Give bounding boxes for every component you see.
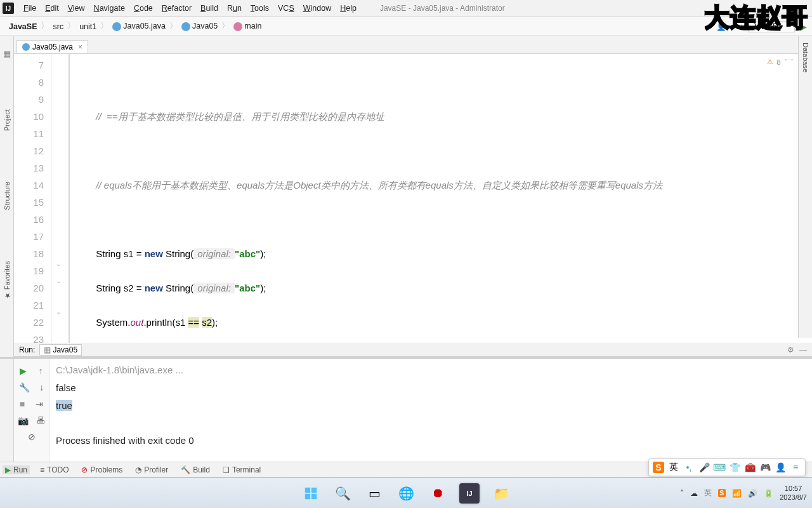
left-tool-strip: ▦ Project Structure ★ Favorites [0,36,14,357]
ime-skin-icon[interactable]: 👕 [729,462,740,473]
edit-config-icon[interactable]: 🔧 [19,382,30,392]
svg-rect-0 [305,487,310,492]
menu-vcs[interactable]: VCS [273,4,299,13]
ime-punct-icon[interactable]: •, [683,462,695,473]
start-button[interactable] [301,483,321,504]
run-panel-header: Run: ▦ Java05 ⚙ — [14,343,812,357]
down-icon[interactable]: ↓ [39,382,44,392]
menu-edit[interactable]: Edit [41,4,63,13]
run-tab[interactable]: ▦ Java05 [39,344,82,356]
navigation-bar: JavaSE〉 src〉 unit1〉 Java05.java〉 Java05〉… [0,17,812,36]
exit-icon[interactable]: ⊘ [28,432,36,442]
ide-logo-icon: IJ [3,3,14,14]
minimize-icon[interactable]: — [799,345,807,354]
system-tray: ˄ ☁ 英 S 📶 🔊 🔋 10:572023/8/7 [680,485,808,501]
crumb-method[interactable]: main [230,22,265,31]
console-output[interactable]: C:\Java\jdk-1.8\bin\java.exe ... false t… [49,359,812,462]
record-icon[interactable]: ⏺ [428,483,448,504]
project-tool-icon[interactable]: ▦ [3,49,11,58]
crumb-class[interactable]: Java05 [178,22,221,31]
explorer-icon[interactable]: 📁 [491,483,511,504]
favorites-tool-button[interactable]: ★ Favorites [3,261,11,300]
inspection-badge[interactable]: ⚠8 ˆ ˇ [767,58,793,66]
chevron-down-icon[interactable]: ˇ [790,58,793,66]
todo-tool-button[interactable]: ≡TODO [37,465,71,474]
menu-navigate[interactable]: Navigate [89,4,129,13]
rerun-icon[interactable]: ▶ [20,366,27,376]
tray-sogou-icon[interactable]: S [718,489,726,497]
windows-taskbar: 🔍 ▭ 🌐 ⏺ IJ 📁 ˄ ☁ 英 S 📶 🔊 🔋 10:572023/8/7 [0,478,812,508]
run-toolbar: ▶↑ 🔧↓ ■⇥ 📷🖶 ⊘ [14,359,49,462]
structure-tool-button[interactable]: Structure [3,182,11,210]
line-gutter: 7891011121314151617181920212223 [14,54,52,357]
run-tool-button[interactable]: ▶Run [3,465,30,474]
ime-tool-icon[interactable]: 🧰 [744,462,756,473]
camera-icon[interactable]: 📷 [18,415,29,425]
search-button[interactable]: 🔍 [332,483,353,504]
menu-refactor[interactable]: Refactor [157,4,196,13]
chrome-icon[interactable]: 🌐 [396,483,416,504]
print-icon[interactable]: 🖶 [36,415,45,425]
ime-keyboard-icon[interactable]: ⌨ [714,462,725,473]
menu-code[interactable]: Code [129,4,157,13]
tab-label: Java05.java [32,43,73,51]
class-icon [22,43,30,51]
menu-run[interactable]: Run [223,4,246,13]
run-label: Run: [19,345,35,354]
tray-onedrive-icon[interactable]: ☁ [690,489,698,498]
up-icon[interactable]: ↑ [39,366,43,376]
tab-java05[interactable]: Java05.java × [16,40,88,53]
code-lines[interactable]: // ==用于基本数据类型比较的是值、用于引用类型比较的是内存地址 // equ… [70,54,812,357]
problems-tool-button[interactable]: ⊘Problems [79,465,125,474]
wrap-icon[interactable]: ⇥ [36,399,43,409]
ime-game-icon[interactable]: 🎮 [759,462,771,473]
tray-battery-icon[interactable]: 🔋 [764,489,773,498]
project-tool-button[interactable]: Project [3,109,11,131]
ime-lang-label[interactable]: 英 [668,462,679,473]
menu-tools[interactable]: Tools [246,4,273,13]
crumb-src[interactable]: src [49,22,67,31]
stop-icon[interactable]: ■ [20,399,25,409]
run-tool-window: ▶↑ 🔧↓ ■⇥ 📷🖶 ⊘ C:\Java\jdk-1.8\bin\java.e… [0,357,812,462]
settings-icon[interactable]: ⚙ [787,345,794,354]
fold-close-icon[interactable]: ⌄ [56,260,62,268]
svg-rect-3 [311,493,317,498]
menu-window[interactable]: Window [299,4,336,13]
terminal-tool-button[interactable]: ❏Terminal [220,465,263,474]
tray-volume-icon[interactable]: 🔊 [748,489,757,498]
menu-bar: IJ File Edit View Navigate Code Refactor… [0,0,812,17]
ime-menu-icon[interactable]: ≡ [790,462,801,473]
tray-ime-icon[interactable]: 英 [704,488,712,498]
fold-gutter[interactable]: ⌄ ⌄ ⌃ [52,54,70,357]
crumb-file[interactable]: Java05.java [108,22,169,31]
watermark-text: 大连赵哥 [704,0,808,35]
close-tab-icon[interactable]: × [78,43,82,51]
fold-open-icon[interactable]: ⌃ [56,311,62,319]
editor-tabs: Java05.java × [14,36,812,54]
chevron-up-icon[interactable]: ˆ [785,58,787,66]
right-tool-strip: Database [798,36,812,338]
intellij-icon[interactable]: IJ [459,483,480,504]
method-icon [233,22,242,31]
crumb-package[interactable]: unit1 [75,22,100,31]
menu-file[interactable]: File [19,4,41,13]
menu-view[interactable]: View [63,4,89,13]
ime-toolbar[interactable]: S 英 •, 🎤 ⌨ 👕 🧰 🎮 👤 ≡ [648,458,806,476]
svg-rect-1 [311,487,317,492]
sogou-icon[interactable]: S [653,462,664,473]
clock[interactable]: 10:572023/8/7 [780,485,807,501]
profiler-tool-button[interactable]: ◔Profiler [133,465,171,474]
tray-wifi-icon[interactable]: 📶 [732,489,742,498]
task-view-button[interactable]: ▭ [364,483,384,504]
menu-build[interactable]: Build [196,4,223,13]
fold-close-icon[interactable]: ⌄ [56,277,62,285]
database-tool-button[interactable]: Database [802,43,809,72]
crumb-project[interactable]: JavaSE [5,22,41,31]
ime-user-icon[interactable]: 👤 [775,462,786,473]
class-icon [181,22,190,31]
menu-help[interactable]: Help [336,4,361,13]
code-editor[interactable]: ⚠8 ˆ ˇ 7891011121314151617181920212223 ⌄… [14,54,812,357]
build-tool-button[interactable]: 🔨Build [178,465,213,474]
tray-chevron-icon[interactable]: ˄ [680,489,684,498]
ime-mic-icon[interactable]: 🎤 [698,462,710,473]
